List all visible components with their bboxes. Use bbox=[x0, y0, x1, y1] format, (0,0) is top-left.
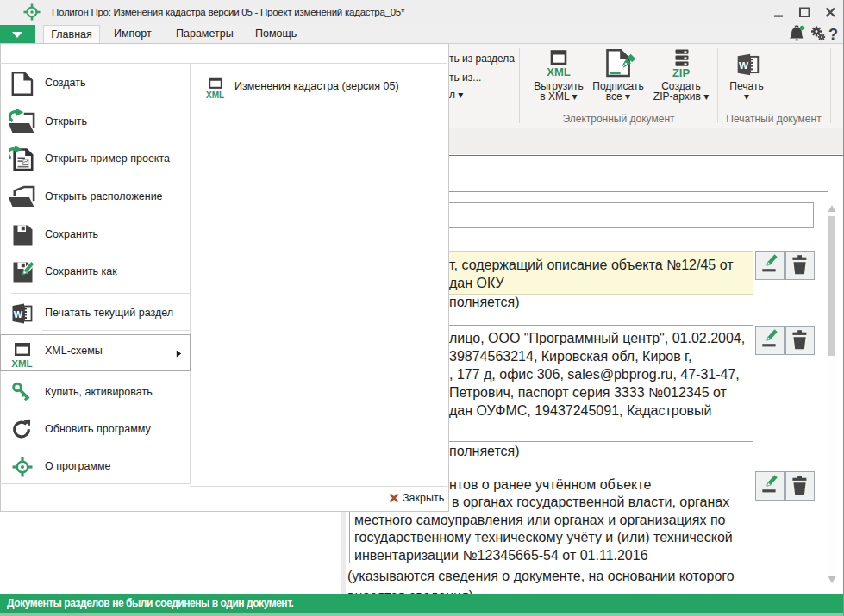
svg-text:W: W bbox=[14, 309, 23, 320]
svg-text:XML: XML bbox=[547, 65, 571, 78]
svg-text:XML: XML bbox=[206, 90, 224, 100]
svg-text:W: W bbox=[739, 59, 749, 71]
svg-text:ZIP: ZIP bbox=[672, 66, 691, 79]
svg-text:?: ? bbox=[828, 26, 838, 43]
svg-text:XML: XML bbox=[11, 358, 32, 369]
